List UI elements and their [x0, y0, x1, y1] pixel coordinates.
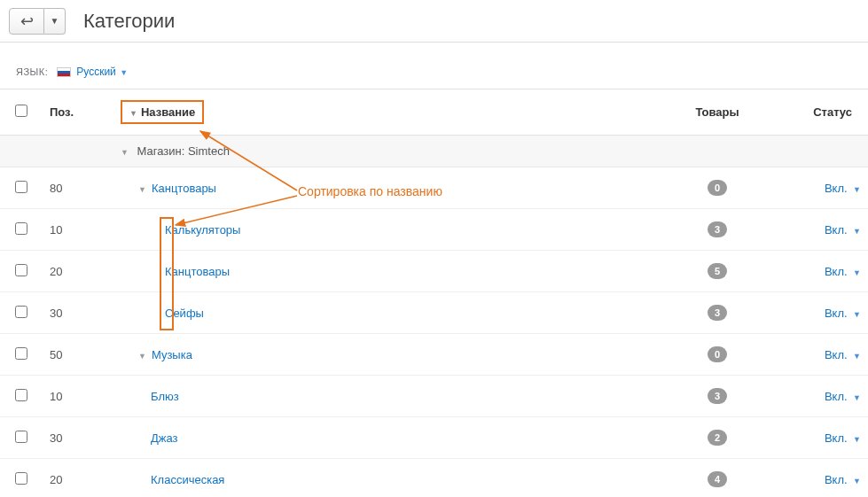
category-link[interactable]: Канцтовары: [165, 265, 230, 278]
goods-count-badge: 0: [708, 346, 727, 362]
table-row: 50▼Музыка0Вкл. ▼: [0, 334, 868, 376]
row-checkbox-cell: [0, 292, 43, 334]
store-group-label: Магазин: Simtech: [137, 144, 230, 158]
row-name-cell: Блюз: [113, 376, 646, 417]
status-label: Вкл.: [825, 307, 848, 320]
caret-down-icon: ▼: [118, 68, 128, 77]
row-checkbox[interactable]: [15, 181, 27, 193]
column-header-checkbox: [0, 89, 43, 136]
language-label: Язык:: [16, 66, 48, 77]
row-checkbox-cell: [0, 417, 43, 459]
row-goods-cell: 3: [646, 376, 788, 417]
column-header-name[interactable]: ▼Название: [113, 89, 646, 136]
categories-table: Поз. ▼Название Товары Статус ▼ Магазин: …: [0, 89, 868, 497]
status-label: Вкл.: [825, 223, 848, 237]
status-dropdown[interactable]: Вкл. ▼: [825, 348, 861, 361]
row-position: 30: [43, 417, 113, 459]
row-checkbox[interactable]: [15, 347, 27, 360]
row-goods-cell: 4: [646, 459, 788, 498]
back-button-dropdown[interactable]: ▼: [44, 8, 66, 35]
row-status-cell: Вкл. ▼: [788, 417, 868, 459]
row-checkbox[interactable]: [15, 472, 27, 485]
row-name-cell: Калькуляторы: [113, 209, 646, 251]
row-checkbox[interactable]: [15, 306, 27, 318]
row-position: 10: [43, 376, 113, 417]
table-header-row: Поз. ▼Название Товары Статус: [0, 89, 868, 136]
category-link[interactable]: Калькуляторы: [165, 223, 240, 237]
expand-caret-icon[interactable]: ▼: [138, 185, 146, 194]
category-link[interactable]: Джаз: [151, 431, 178, 445]
status-dropdown[interactable]: Вкл. ▼: [825, 182, 861, 195]
status-label: Вкл.: [825, 473, 848, 486]
language-value: Русский: [76, 66, 116, 78]
goods-count-badge: 2: [708, 430, 727, 446]
goods-count-badge: 5: [708, 263, 727, 279]
row-status-cell: Вкл. ▼: [788, 251, 868, 292]
status-label: Вкл.: [825, 265, 848, 278]
table-row: 80▼Канцтовары0Вкл. ▼: [0, 167, 868, 209]
table-row: 10Калькуляторы3Вкл. ▼: [0, 209, 868, 251]
row-goods-cell: 0: [646, 334, 788, 376]
row-checkbox[interactable]: [15, 431, 27, 443]
table-row: 30Сейфы3Вкл. ▼: [0, 292, 868, 334]
status-dropdown[interactable]: Вкл. ▼: [825, 473, 861, 486]
back-arrow-icon: ↩: [20, 12, 34, 31]
goods-count-badge: 4: [708, 471, 727, 487]
category-link[interactable]: Канцтовары: [152, 182, 216, 195]
table-row: 20Классическая4Вкл. ▼: [0, 459, 868, 498]
row-checkbox-cell: [0, 167, 43, 209]
caret-down-icon: ▼: [851, 393, 861, 402]
table-row: 10Блюз3Вкл. ▼: [0, 376, 868, 417]
status-dropdown[interactable]: Вкл. ▼: [825, 390, 861, 403]
row-checkbox[interactable]: [15, 264, 27, 276]
row-name-cell: ▼Канцтовары: [113, 167, 646, 209]
column-header-status[interactable]: Статус: [788, 89, 868, 136]
expand-caret-icon[interactable]: ▼: [138, 352, 146, 361]
row-checkbox[interactable]: [15, 222, 27, 235]
language-row: Язык: Русский ▼: [0, 43, 868, 89]
language-selector[interactable]: Русский ▼: [76, 66, 128, 78]
column-header-goods[interactable]: Товары: [646, 89, 788, 136]
category-link[interactable]: Сейфы: [165, 307, 204, 320]
status-dropdown[interactable]: Вкл. ▼: [825, 223, 861, 237]
category-link[interactable]: Блюз: [151, 390, 179, 403]
row-name-cell: Канцтовары: [113, 251, 646, 292]
goods-count-badge: 3: [708, 305, 727, 321]
row-checkbox-cell: [0, 459, 43, 498]
status-label: Вкл.: [825, 348, 848, 361]
row-name-cell: Классическая: [113, 459, 646, 498]
caret-down-icon: ▼: [851, 477, 861, 485]
goods-count-badge: 0: [708, 180, 727, 196]
back-button-group: ↩ ▼: [9, 8, 66, 35]
caret-down-icon: ▼: [851, 268, 861, 277]
column-header-position[interactable]: Поз.: [43, 89, 113, 136]
row-status-cell: Вкл. ▼: [788, 209, 868, 251]
select-all-checkbox[interactable]: [15, 105, 27, 117]
status-dropdown[interactable]: Вкл. ▼: [825, 431, 861, 445]
row-checkbox-cell: [0, 251, 43, 292]
row-status-cell: Вкл. ▼: [788, 459, 868, 498]
caret-down-icon: ▼: [851, 227, 861, 236]
row-checkbox-cell: [0, 334, 43, 376]
sort-name-indicator[interactable]: ▼Название: [121, 100, 204, 124]
status-label: Вкл.: [825, 390, 848, 403]
row-position: 20: [43, 459, 113, 498]
status-dropdown[interactable]: Вкл. ▼: [825, 307, 861, 320]
sort-caret-icon: ▼: [129, 109, 137, 118]
row-goods-cell: 5: [646, 251, 788, 292]
caret-down-icon: ▼: [851, 310, 861, 319]
category-link[interactable]: Музыка: [152, 348, 192, 361]
back-button[interactable]: ↩: [9, 8, 44, 35]
status-label: Вкл.: [825, 431, 848, 445]
group-collapse-caret-icon[interactable]: ▼: [121, 148, 129, 157]
row-checkbox-cell: [0, 209, 43, 251]
status-dropdown[interactable]: Вкл. ▼: [825, 265, 861, 278]
category-link[interactable]: Классическая: [151, 473, 224, 486]
row-goods-cell: 3: [646, 292, 788, 334]
caret-down-icon: ▼: [851, 435, 861, 444]
row-position: 80: [43, 167, 113, 209]
goods-count-badge: 3: [708, 388, 727, 404]
row-status-cell: Вкл. ▼: [788, 376, 868, 417]
caret-down-icon: ▼: [851, 352, 861, 361]
row-checkbox[interactable]: [15, 389, 27, 401]
